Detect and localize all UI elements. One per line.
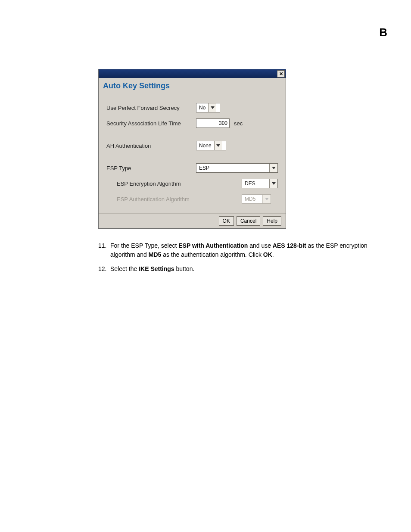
salt-input[interactable] xyxy=(196,118,230,128)
ah-label: AH Authentication xyxy=(106,143,196,149)
svg-marker-1 xyxy=(216,144,220,147)
esp-type-label: ESP Type xyxy=(106,165,196,171)
esp-auth-label: ESP Authentication Algorithm xyxy=(106,196,242,202)
t: and use xyxy=(248,242,273,249)
t: AES 128-bit xyxy=(273,242,306,249)
t: Select the xyxy=(110,265,139,272)
esp-enc-row: ESP Encryption Algorithm DES xyxy=(106,179,278,188)
help-button[interactable]: Help xyxy=(263,216,281,226)
ah-value: None xyxy=(196,141,214,150)
esp-auth-select: MD5 xyxy=(242,194,271,204)
pfs-row: Use Perfect Forward Secrecy No xyxy=(106,103,278,112)
salt-row: Security Association Life Time sec xyxy=(106,118,278,128)
esp-auth-row: ESP Authentication Algorithm MD5 xyxy=(106,194,278,204)
esp-type-row: ESP Type ESP xyxy=(106,163,278,173)
dialog-titlebar: ✕ xyxy=(99,69,286,78)
chevron-down-icon[interactable] xyxy=(269,164,277,172)
t: button. xyxy=(174,265,195,272)
step-text: For the ESP Type, select ESP with Authen… xyxy=(110,241,391,259)
t: MD5 xyxy=(149,251,162,258)
t: as the authentication algorithm. Click xyxy=(161,251,263,258)
pfs-value: No xyxy=(196,103,208,112)
chevron-down-icon xyxy=(262,195,271,203)
pfs-label: Use Perfect Forward Secrecy xyxy=(106,105,196,111)
page-section-letter: B xyxy=(379,26,387,39)
close-icon[interactable]: ✕ xyxy=(277,70,285,78)
step-number: 12. xyxy=(98,264,110,274)
dialog-body: Use Perfect Forward Secrecy No Security … xyxy=(99,95,286,213)
dialog-title: Auto Key Settings xyxy=(99,78,286,95)
pfs-select[interactable]: No xyxy=(196,103,220,112)
svg-marker-4 xyxy=(265,198,269,200)
t: . xyxy=(272,251,274,258)
auto-key-settings-dialog: ✕ Auto Key Settings Use Perfect Forward … xyxy=(98,69,286,229)
esp-enc-select[interactable]: DES xyxy=(242,179,278,188)
chevron-down-icon[interactable] xyxy=(214,141,222,150)
dialog-buttons: OK Cancel Help xyxy=(99,213,286,228)
instruction-list: 11. For the ESP Type, select ESP with Au… xyxy=(98,241,391,279)
esp-type-value: ESP xyxy=(196,164,269,172)
ok-button[interactable]: OK xyxy=(219,216,234,226)
t: OK xyxy=(263,251,272,258)
t: IKE Settings xyxy=(139,265,174,272)
salt-label: Security Association Life Time xyxy=(106,120,196,127)
esp-type-select[interactable]: ESP xyxy=(196,163,278,173)
chevron-down-icon[interactable] xyxy=(269,179,277,188)
esp-auth-value: MD5 xyxy=(242,195,262,203)
t: For the ESP Type, select xyxy=(110,242,178,249)
chevron-down-icon[interactable] xyxy=(208,103,216,112)
ah-select[interactable]: None xyxy=(196,141,226,150)
cancel-button[interactable]: Cancel xyxy=(237,216,260,226)
step-12: 12. Select the IKE Settings button. xyxy=(98,264,391,274)
step-text: Select the IKE Settings button. xyxy=(110,264,391,274)
svg-marker-0 xyxy=(211,106,215,109)
step-11: 11. For the ESP Type, select ESP with Au… xyxy=(98,241,391,259)
esp-enc-label: ESP Encryption Algorithm xyxy=(106,180,242,187)
ah-row: AH Authentication None xyxy=(106,141,278,150)
t: ESP with Authentication xyxy=(178,242,248,249)
esp-enc-value: DES xyxy=(242,179,269,188)
salt-unit: sec xyxy=(234,120,243,127)
svg-marker-2 xyxy=(272,167,276,169)
svg-marker-3 xyxy=(272,182,276,185)
step-number: 11. xyxy=(98,241,110,259)
